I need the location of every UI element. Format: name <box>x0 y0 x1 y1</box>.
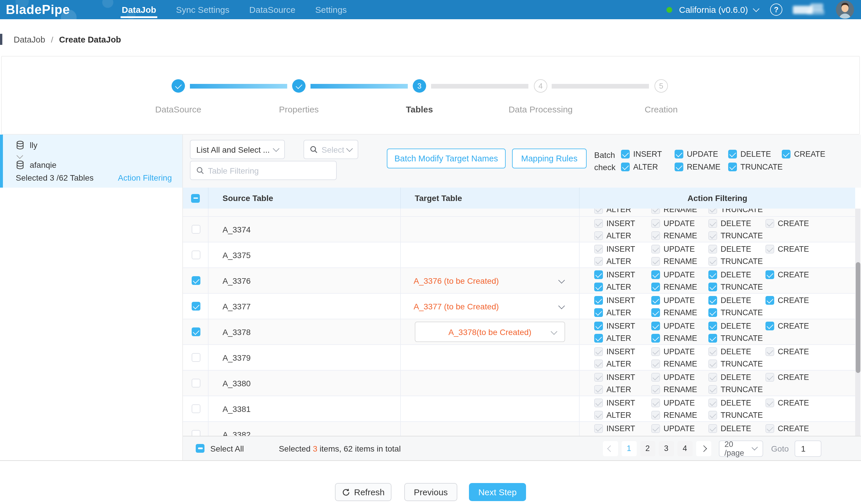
action-checkbox-rename[interactable] <box>651 334 660 343</box>
pagination-page-4[interactable]: 4 <box>677 441 692 456</box>
batch-checkbox-alter[interactable]: ALTER <box>621 163 674 171</box>
row-select-checkbox[interactable] <box>192 250 201 259</box>
action-checkbox-rename[interactable] <box>651 283 660 291</box>
action-checkbox-create[interactable] <box>765 270 774 279</box>
previous-button[interactable]: Previous <box>404 483 457 501</box>
action-checkbox-create[interactable] <box>765 322 774 330</box>
table-scrollbar-thumb[interactable] <box>856 262 860 373</box>
target-table-cell[interactable]: A_3378(to be Created) <box>401 319 579 344</box>
action-filter-alter[interactable]: ALTER <box>594 308 651 317</box>
action-filter-delete[interactable]: DELETE <box>708 296 765 305</box>
action-filter-truncate[interactable]: TRUNCATE <box>708 283 765 291</box>
pagination-prev-button[interactable] <box>603 441 618 456</box>
action-filter-rename[interactable]: RENAME <box>651 308 708 317</box>
action-checkbox-alter[interactable] <box>594 334 603 343</box>
region-selector-label[interactable]: California (v0.6.0) <box>679 5 748 15</box>
table-filter-input[interactable]: Table Filtering <box>190 161 337 180</box>
action-filter-create[interactable]: CREATE <box>765 296 822 305</box>
pagination-page-3[interactable]: 3 <box>659 441 674 456</box>
page-size-select[interactable]: 20 /page <box>719 440 763 457</box>
action-filter-update[interactable]: UPDATE <box>651 322 708 330</box>
next-step-button[interactable]: Next Step <box>469 483 526 501</box>
nav-tab-datajob[interactable]: DataJob <box>112 0 166 19</box>
action-checkbox-truncate[interactable] <box>708 283 717 291</box>
batch-checkbox-update[interactable]: UPDATE <box>674 150 728 159</box>
select-all-checkbox[interactable] <box>191 194 200 203</box>
row-select-checkbox[interactable] <box>192 404 201 413</box>
row-select-checkbox[interactable] <box>192 379 201 387</box>
action-filter-create[interactable]: CREATE <box>765 270 822 279</box>
table-row: A_3375INSERTUPDATEDELETECREATEALTERRENAM… <box>183 242 855 268</box>
action-filter-insert[interactable]: INSERT <box>594 270 651 279</box>
goto-page-input[interactable]: 1 <box>795 440 821 457</box>
action-checkbox-update[interactable] <box>651 296 660 305</box>
action-filter-update[interactable]: UPDATE <box>651 270 708 279</box>
action-filter-delete[interactable]: DELETE <box>708 322 765 330</box>
row-select-checkbox[interactable] <box>192 327 201 336</box>
action-checkbox-delete[interactable] <box>708 296 717 305</box>
action-checkbox-truncate[interactable] <box>708 308 717 317</box>
refresh-button[interactable]: Refresh <box>335 483 392 501</box>
schema-select[interactable]: Select <box>303 140 358 159</box>
pagination-next-button[interactable] <box>696 441 711 456</box>
action-label: TRUNCATE <box>721 411 763 420</box>
action-filter-truncate[interactable]: TRUNCATE <box>708 334 765 343</box>
username-redacted[interactable] <box>793 4 828 15</box>
action-checkbox-update[interactable] <box>651 270 660 279</box>
mapping-rules-button[interactable]: Mapping Rules <box>512 149 587 168</box>
batch-checkbox-delete[interactable]: DELETE <box>728 150 782 159</box>
target-table-value[interactable]: A_3376 (to be Created) <box>414 276 499 285</box>
nav-tab-settings[interactable]: Settings <box>305 0 356 19</box>
batch-checkbox-truncate[interactable]: TRUNCATE <box>728 163 782 171</box>
batch-checkbox-insert[interactable]: INSERT <box>621 150 674 159</box>
row-select-checkbox[interactable] <box>192 302 201 311</box>
action-checkbox-delete[interactable] <box>708 270 717 279</box>
batch-modify-target-names-button[interactable]: Batch Modify Target Names <box>387 149 506 168</box>
chevron-down-icon[interactable] <box>753 5 760 12</box>
action-checkbox-rename[interactable] <box>651 308 660 317</box>
action-checkbox-alter[interactable] <box>594 308 603 317</box>
action-filter-update[interactable]: UPDATE <box>651 296 708 305</box>
action-checkbox-insert[interactable] <box>594 296 603 305</box>
help-icon[interactable]: ? <box>770 3 782 16</box>
action-filter-insert[interactable]: INSERT <box>594 322 651 330</box>
list-mode-select[interactable]: List All and Select ... <box>190 140 285 159</box>
action-checkbox-alter[interactable] <box>594 283 603 291</box>
action-checkbox-update[interactable] <box>651 322 660 330</box>
select-all-footer-checkbox[interactable] <box>196 444 204 453</box>
action-filter-rename[interactable]: RENAME <box>651 283 708 291</box>
breadcrumb-parent[interactable]: DataJob <box>14 35 45 44</box>
action-checkbox-create[interactable] <box>765 296 774 305</box>
action-checkbox-insert[interactable] <box>594 270 603 279</box>
app-logo[interactable]: BladePipe <box>6 2 70 17</box>
avatar[interactable] <box>836 1 854 19</box>
action-filtering-cell: INSERTUPDATEDELETECREATEALTERRENAMETRUNC… <box>579 217 855 242</box>
batch-checkbox-create[interactable]: CREATE <box>782 150 835 159</box>
action-checkbox-delete[interactable] <box>708 322 717 330</box>
action-checkbox-insert[interactable] <box>594 322 603 330</box>
action-filter-create[interactable]: CREATE <box>765 322 822 330</box>
action-checkbox-truncate[interactable] <box>708 334 717 343</box>
pagination-page-1[interactable]: 1 <box>621 441 637 456</box>
action-filter-rename[interactable]: RENAME <box>651 334 708 343</box>
action-filter-delete[interactable]: DELETE <box>708 270 765 279</box>
pagination-page-2[interactable]: 2 <box>640 441 655 456</box>
action-filter-alter[interactable]: ALTER <box>594 334 651 343</box>
nav-tab-datasource[interactable]: DataSource <box>240 0 305 19</box>
batch-checkbox-rename[interactable]: RENAME <box>674 163 728 171</box>
table-scrollbar-track[interactable] <box>855 208 860 436</box>
row-select-checkbox[interactable] <box>192 430 201 436</box>
row-select-checkbox[interactable] <box>192 225 201 234</box>
action-filter-alter[interactable]: ALTER <box>594 283 651 291</box>
row-select-checkbox[interactable] <box>192 353 201 362</box>
target-table-cell[interactable]: A_3376 (to be Created) <box>401 268 579 293</box>
row-select-checkbox[interactable] <box>192 276 201 285</box>
target-table-select[interactable]: A_3378(to be Created) <box>415 322 565 342</box>
target-table-value[interactable]: A_3377 (to be Created) <box>414 301 499 311</box>
nav-tab-sync-settings[interactable]: Sync Settings <box>166 0 239 19</box>
action-filtering-link[interactable]: Action Filtering <box>118 173 172 182</box>
action-filter-insert[interactable]: INSERT <box>594 296 651 305</box>
datasource-summary-card[interactable]: lly afanqie Selected 3 /62 Tables Action… <box>0 135 182 188</box>
action-filter-truncate[interactable]: TRUNCATE <box>708 308 765 317</box>
target-table-cell[interactable]: A_3377 (to be Created) <box>401 294 579 319</box>
